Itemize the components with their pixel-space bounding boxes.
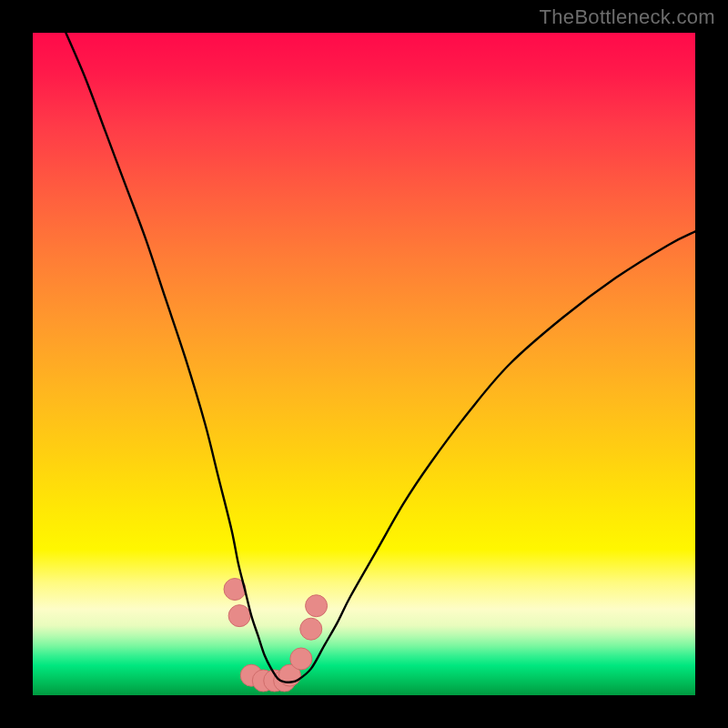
data-marker xyxy=(290,648,312,670)
data-marker xyxy=(306,595,328,617)
bottleneck-curve-path xyxy=(66,33,695,682)
watermark-text: TheBottleneck.com xyxy=(540,5,715,29)
data-marker xyxy=(228,605,250,627)
chart-plot-area xyxy=(33,33,695,695)
outer-frame: TheBottleneck.com xyxy=(0,0,728,728)
data-marker xyxy=(300,618,322,640)
chart-overlay-svg xyxy=(33,33,695,695)
